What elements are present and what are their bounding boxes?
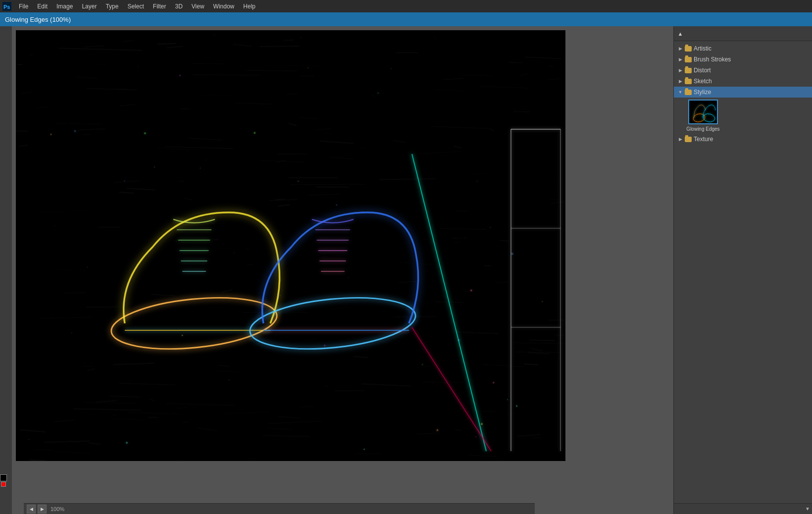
zoom-level: 100%: [51, 506, 64, 512]
texture-folder-icon: [685, 137, 692, 142]
distort-label: Distort: [694, 67, 711, 74]
glowing-edges-thumbnail-label: Glowing Edges: [686, 126, 719, 132]
stylize-label: Stylize: [694, 89, 711, 96]
menu-select[interactable]: Select: [123, 2, 148, 11]
brush-strokes-folder-icon: [685, 57, 692, 62]
window-title: Glowing Edges (100%): [5, 16, 71, 23]
filter-panel-header: ▲: [674, 26, 812, 41]
artistic-folder-icon: [685, 46, 692, 51]
filter-group-sketch-header[interactable]: ▶ Sketch: [674, 76, 812, 87]
glowing-edges-thumbnail-container: Glowing Edges: [686, 100, 720, 132]
sketch-expand-arrow: ▶: [678, 79, 683, 84]
scroll-down-arrow: ▼: [805, 506, 810, 512]
nav-next-button[interactable]: ▶: [38, 505, 47, 514]
distort-expand-arrow: ▶: [678, 68, 683, 73]
menu-view[interactable]: View: [188, 2, 208, 11]
artistic-expand-arrow: ▶: [678, 46, 683, 51]
filter-group-stylize-header[interactable]: ▼ Stylize: [674, 87, 812, 98]
distort-folder-icon: [685, 68, 692, 73]
glowing-edges-thumbnail[interactable]: [688, 100, 718, 124]
stylize-folder-icon: [685, 90, 692, 95]
stylize-expand-arrow: ▼: [678, 90, 683, 95]
glowing-edges-image: [16, 30, 565, 461]
filter-group-stylize: ▼ Stylize Glowing Edges: [674, 87, 812, 134]
menu-help[interactable]: Help: [239, 2, 259, 11]
ps-logo: Ps: [2, 1, 12, 11]
sketch-folder-icon: [685, 79, 692, 84]
menu-window[interactable]: Window: [209, 2, 239, 11]
filter-group-brush-strokes-header[interactable]: ▶ Brush Strokes: [674, 54, 812, 65]
filter-group-artistic: ▶ Artistic: [674, 43, 812, 54]
brush-strokes-label: Brush Strokes: [694, 56, 731, 63]
filter-group-artistic-header[interactable]: ▶ Artistic: [674, 43, 812, 54]
menu-edit[interactable]: Edit: [33, 2, 51, 11]
menu-filter[interactable]: Filter: [149, 2, 170, 11]
filter-group-distort-header[interactable]: ▶ Distort: [674, 65, 812, 76]
menu-layer[interactable]: Layer: [78, 2, 101, 11]
filter-group-brush-strokes: ▶ Brush Strokes: [674, 54, 812, 65]
left-toolbar: [0, 26, 12, 514]
filter-group-distort: ▶ Distort: [674, 65, 812, 76]
menu-image[interactable]: Image: [52, 2, 77, 11]
title-bar: Glowing Edges (100%): [0, 12, 812, 26]
panel-scroll-down[interactable]: ▼: [674, 503, 812, 514]
texture-label: Texture: [694, 136, 713, 143]
menu-file[interactable]: File: [15, 2, 32, 11]
foreground-color[interactable]: [0, 474, 7, 481]
sketch-label: Sketch: [694, 78, 712, 85]
artistic-label: Artistic: [694, 45, 711, 52]
background-color[interactable]: [1, 482, 6, 487]
filter-group-sketch: ▶ Sketch: [674, 76, 812, 87]
stylize-content: Glowing Edges: [674, 98, 812, 134]
main-layout: ◀ ▶ 100% ▲ ▶ Artistic ▶: [0, 26, 812, 514]
right-panel: ▲ ▶ Artistic ▶ Brush Strokes: [673, 26, 812, 514]
nav-prev-button[interactable]: ◀: [27, 505, 36, 514]
canvas-area: ◀ ▶ 100%: [12, 26, 673, 514]
brush-strokes-expand-arrow: ▶: [678, 57, 683, 62]
texture-expand-arrow: ▶: [678, 137, 683, 142]
filter-group-texture-header[interactable]: ▶ Texture: [674, 134, 812, 145]
menu-3d[interactable]: 3D: [171, 2, 186, 11]
canvas-bottom-bar: ◀ ▶ 100%: [24, 503, 535, 514]
svg-text:Ps: Ps: [3, 4, 10, 10]
filter-group-texture: ▶ Texture: [674, 134, 812, 145]
canvas-container: [16, 30, 565, 461]
menu-type[interactable]: Type: [102, 2, 122, 11]
filter-tree: ▶ Artistic ▶ Brush Strokes ▶ Distort: [674, 41, 812, 503]
panel-collapse-arrow[interactable]: ▲: [678, 31, 683, 36]
menu-bar: Ps File Edit Image Layer Type Select Fil…: [0, 0, 812, 12]
